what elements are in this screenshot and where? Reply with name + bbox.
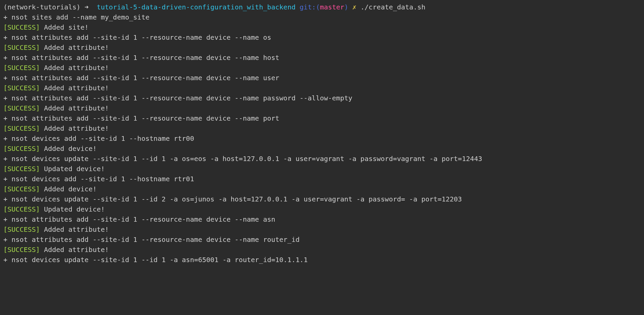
success-tag: [SUCCESS] [3,43,40,52]
output-lines: + nsot sites add --name my_demo_site[SUC… [3,12,641,265]
output-line: [SUCCESS] Added attribute! [3,63,641,73]
echo-text: + nsot devices update --site-id 1 --id 1… [3,256,308,264]
echo-text: + nsot attributes add --site-id 1 --reso… [3,74,279,82]
prompt-line: (network-tutorials) ➜ tutorial-5-data-dr… [3,2,641,12]
echo-text: + nsot attributes add --site-id 1 --reso… [3,54,279,62]
echo-text: + nsot attributes add --site-id 1 --reso… [3,33,271,41]
venv-paren-open: ( [3,3,7,11]
output-line: [SUCCESS] Added attribute! [3,42,641,53]
terminal-output[interactable]: (network-tutorials) ➜ tutorial-5-data-dr… [0,0,644,272]
output-line: [SUCCESS] Added device! [3,144,641,154]
success-tag: [SUCCESS] [3,124,40,132]
git-paren-open: ( [316,3,320,11]
success-tag: [SUCCESS] [3,205,40,213]
output-line: + nsot devices update --site-id 1 --id 1… [3,255,641,265]
success-tag: [SUCCESS] [3,64,40,72]
output-line: [SUCCESS] Updated device! [3,164,641,174]
output-line: [SUCCESS] Added device! [3,184,641,194]
success-tag: [SUCCESS] [3,23,40,31]
output-line: + nsot attributes add --site-id 1 --reso… [3,113,641,123]
success-message: Added attribute! [40,64,109,72]
git-label: git: [300,3,316,11]
output-line: + nsot devices add --site-id 1 --hostnam… [3,133,641,144]
success-message: Added site! [40,23,89,31]
echo-text: + nsot sites add --name my_demo_site [3,13,149,21]
success-message: Added attribute! [40,124,109,132]
output-line: + nsot devices update --site-id 1 --id 1… [3,154,641,164]
success-tag: [SUCCESS] [3,165,40,173]
success-message: Added attribute! [40,104,109,112]
output-line: + nsot sites add --name my_demo_site [3,12,641,22]
venv-name: network-tutorials [7,3,76,11]
echo-text: + nsot attributes add --site-id 1 --reso… [3,215,275,223]
success-message: Updated device! [40,165,105,173]
success-tag: [SUCCESS] [3,104,40,112]
echo-text: + nsot attributes add --site-id 1 --reso… [3,114,279,122]
output-line: [SUCCESS] Added attribute! [3,245,641,255]
success-message: Added attribute! [40,84,109,92]
echo-text: + nsot devices update --site-id 1 --id 2… [3,195,462,203]
success-tag: [SUCCESS] [3,145,40,153]
prompt-arrow-icon: ➜ [85,3,89,11]
success-message: Added device! [40,185,97,193]
output-line: [SUCCESS] Added attribute! [3,103,641,113]
output-line: + nsot attributes add --site-id 1 --reso… [3,234,641,245]
success-message: Updated device! [40,205,105,213]
output-line: + nsot attributes add --site-id 1 --reso… [3,73,641,83]
output-line: + nsot devices update --site-id 1 --id 2… [3,194,641,204]
typed-command: ./create_data.sh [361,3,426,11]
output-line: [SUCCESS] Added attribute! [3,123,641,133]
success-tag: [SUCCESS] [3,185,40,193]
git-paren-close: ) [344,3,348,11]
output-line: + nsot attributes add --site-id 1 --reso… [3,32,641,42]
success-message: Added attribute! [40,225,109,233]
output-line: [SUCCESS] Added attribute! [3,83,641,93]
success-tag: [SUCCESS] [3,84,40,92]
success-message: Added attribute! [40,246,109,254]
success-message: Added attribute! [40,43,109,52]
echo-text: + nsot attributes add --site-id 1 --reso… [3,235,300,244]
output-line: + nsot attributes add --site-id 1 --reso… [3,53,641,63]
echo-text: + nsot devices add --site-id 1 --hostnam… [3,134,194,143]
success-tag: [SUCCESS] [3,246,40,254]
git-branch: master [320,3,344,11]
output-line: + nsot devices add --site-id 1 --hostnam… [3,174,641,184]
output-line: [SUCCESS] Added attribute! [3,224,641,234]
output-line: [SUCCESS] Updated device! [3,204,641,214]
echo-text: + nsot devices add --site-id 1 --hostnam… [3,175,194,183]
echo-text: + nsot devices update --site-id 1 --id 1… [3,155,482,163]
success-message: Added device! [40,145,97,153]
dirty-state-icon: ✗ [352,3,357,11]
output-line: + nsot attributes add --site-id 1 --reso… [3,93,641,103]
cwd: tutorial-5-data-driven-configuration_wit… [97,3,296,11]
output-line: + nsot attributes add --site-id 1 --reso… [3,214,641,224]
echo-text: + nsot attributes add --site-id 1 --reso… [3,94,352,102]
success-tag: [SUCCESS] [3,225,40,233]
venv-paren-close: ) [76,3,81,11]
output-line: [SUCCESS] Added site! [3,22,641,32]
